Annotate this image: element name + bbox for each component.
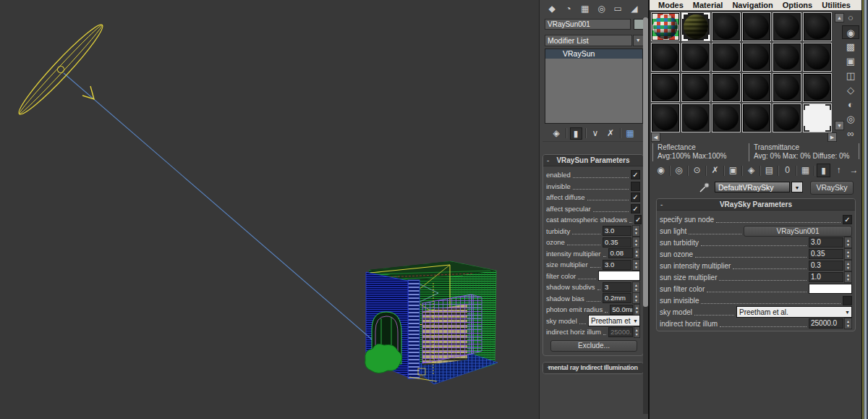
modifier-list-dropdown[interactable]: Modifier List xyxy=(545,35,632,46)
material-type-button[interactable]: VRaySky xyxy=(810,181,854,195)
color-swatch[interactable] xyxy=(598,271,640,281)
spinner-down-icon[interactable]: ▼ xyxy=(845,277,851,282)
background-checker-button[interactable]: ▩ xyxy=(842,40,859,54)
material-sample-slot[interactable] xyxy=(712,73,741,102)
material-name-dropdown-arrow[interactable]: ▼ xyxy=(791,182,803,192)
material-sample-slot[interactable] xyxy=(712,43,741,72)
material-sample-slot[interactable] xyxy=(681,43,710,72)
material-sample-slot[interactable] xyxy=(773,12,801,41)
assign-material-to-selection-button[interactable]: ⊙ xyxy=(690,164,704,177)
param-value-field[interactable]: 25000.0 xyxy=(809,318,843,329)
material-sample-slot[interactable] xyxy=(651,43,680,72)
spinner[interactable]: ▲▼ xyxy=(844,271,852,283)
go-to-parent-button[interactable]: ↑ xyxy=(832,164,846,177)
menu-modes[interactable]: Modes xyxy=(658,1,684,9)
spinner-down-icon[interactable]: ▼ xyxy=(634,310,639,314)
menu-navigation[interactable]: Navigation xyxy=(732,1,773,9)
spinner-down-icon[interactable]: ▼ xyxy=(633,287,639,292)
rollout-header[interactable]: - VRaySky Parameters xyxy=(657,199,855,211)
spinner[interactable]: ▲▼ xyxy=(632,225,640,237)
material-sample-slot[interactable] xyxy=(681,103,710,132)
sample-type-sphere-button[interactable]: ○ xyxy=(842,11,859,25)
spinner[interactable]: ▲▼ xyxy=(634,247,640,259)
param-value-field[interactable]: 0.2mm xyxy=(603,293,631,303)
material-sample-slot[interactable] xyxy=(712,12,741,41)
param-value-field[interactable]: 3 xyxy=(603,282,631,292)
reset-map-mtl-button[interactable]: ✗ xyxy=(708,164,722,177)
spinner[interactable]: ▲▼ xyxy=(844,318,852,329)
material-sample-slot[interactable] xyxy=(773,43,801,72)
building-wireframe-model[interactable] xyxy=(365,261,498,384)
material-sample-slot[interactable] xyxy=(803,103,832,132)
exclude-button[interactable]: Exclude... xyxy=(550,340,637,352)
select-by-material-button[interactable]: ◎ xyxy=(842,112,859,126)
slots-scroll-right-button[interactable]: ▶ xyxy=(827,132,837,142)
spinner-down-icon[interactable]: ▼ xyxy=(633,265,639,269)
param-value-field[interactable]: 1.0 xyxy=(809,272,843,282)
param-checkbox[interactable]: ✓ xyxy=(631,170,640,179)
param-value-field[interactable]: 3.0 xyxy=(603,260,631,270)
get-material-button[interactable]: ◉ xyxy=(654,164,668,177)
material-sample-slot[interactable] xyxy=(712,103,741,132)
param-button[interactable]: VRaySun001 xyxy=(744,226,852,237)
spinner-down-icon[interactable]: ▼ xyxy=(845,266,851,270)
rollout-header[interactable]: - VRaySun Parameters xyxy=(543,155,643,166)
param-checkbox[interactable]: ✓ xyxy=(634,215,642,224)
object-color-swatch[interactable] xyxy=(634,19,644,30)
put-material-to-scene-button[interactable]: ◎ xyxy=(672,164,686,177)
command-panel-scrollbar[interactable] xyxy=(643,17,648,414)
material-sample-slot[interactable] xyxy=(651,103,680,132)
modifier-stack[interactable]: VRaySun xyxy=(545,48,643,124)
scrollbar-thumb[interactable] xyxy=(643,17,648,307)
modifier-stack-item[interactable]: VRaySun xyxy=(545,49,642,59)
material-sample-slot[interactable] xyxy=(742,43,771,72)
spinner[interactable]: ▲▼ xyxy=(632,259,640,271)
spinner-down-icon[interactable]: ▼ xyxy=(845,323,851,328)
sample-uv-tiling-button[interactable]: ▣ xyxy=(842,54,859,68)
go-forward-to-sibling-button[interactable]: → xyxy=(847,164,861,177)
viewport-3d[interactable] xyxy=(0,0,539,419)
vraysun-light-gizmo[interactable] xyxy=(14,20,109,119)
material-sample-slot[interactable] xyxy=(742,12,771,41)
create-tab-button[interactable]: ◆ xyxy=(545,3,558,15)
show-end-result-button[interactable]: ▮ xyxy=(817,164,830,177)
material-sample-slot[interactable] xyxy=(681,12,710,41)
param-checkbox[interactable] xyxy=(843,296,852,305)
material-sample-slot[interactable] xyxy=(651,73,680,102)
param-value-field[interactable]: 50.0mm xyxy=(610,305,633,315)
display-tab-button[interactable]: ▭ xyxy=(611,3,624,15)
pick-material-eyedropper-icon[interactable] xyxy=(699,182,710,193)
motion-tab-button[interactable]: ◎ xyxy=(595,3,608,15)
material-sample-slot[interactable] xyxy=(651,12,680,41)
material-editor-options-button[interactable]: ◐ xyxy=(842,98,859,111)
param-value-field[interactable]: 0.3 xyxy=(809,261,843,271)
make-material-copy-button[interactable]: ▣ xyxy=(726,164,740,177)
configure-modifier-sets-button[interactable]: ▦ xyxy=(624,127,637,140)
material-sample-slot[interactable] xyxy=(773,103,801,132)
spinner-down-icon[interactable]: ▼ xyxy=(633,242,639,247)
material-map-navigator-button[interactable]: ∞ xyxy=(842,127,859,140)
spinner-down-icon[interactable]: ▼ xyxy=(845,254,851,258)
spinner-down-icon[interactable]: ▼ xyxy=(634,253,639,258)
param-checkbox[interactable] xyxy=(631,182,640,191)
slots-scroll-left-button[interactable]: ◀ xyxy=(651,132,660,142)
utilities-tab-button[interactable]: ◢ xyxy=(628,3,641,15)
param-checkbox[interactable]: ✓ xyxy=(631,204,640,213)
spinner-down-icon[interactable]: ▼ xyxy=(634,332,639,337)
hierarchy-tab-button[interactable]: ▦ xyxy=(579,3,592,15)
spinner[interactable]: ▲▼ xyxy=(632,237,640,248)
modifier-list-arrow-icon[interactable]: ▼ xyxy=(633,35,644,46)
spinner[interactable]: ▲▼ xyxy=(844,237,852,248)
menu-material[interactable]: Material xyxy=(693,1,723,9)
remove-modifier-button[interactable]: ✗ xyxy=(605,127,617,140)
param-value-field[interactable]: 0.35 xyxy=(809,249,843,259)
spinner[interactable]: ▲▼ xyxy=(632,282,640,293)
spinner[interactable]: ▲▼ xyxy=(844,260,852,271)
pin-stack-button[interactable]: ◈ xyxy=(550,127,563,140)
material-id-channel-button[interactable]: 0 xyxy=(780,164,794,177)
material-sample-slot[interactable] xyxy=(742,73,771,102)
spinner-down-icon[interactable]: ▼ xyxy=(845,242,851,247)
spinner-down-icon[interactable]: ▼ xyxy=(633,298,639,302)
param-value-field[interactable]: 25000. xyxy=(608,327,633,337)
material-sample-slot[interactable] xyxy=(803,43,832,72)
